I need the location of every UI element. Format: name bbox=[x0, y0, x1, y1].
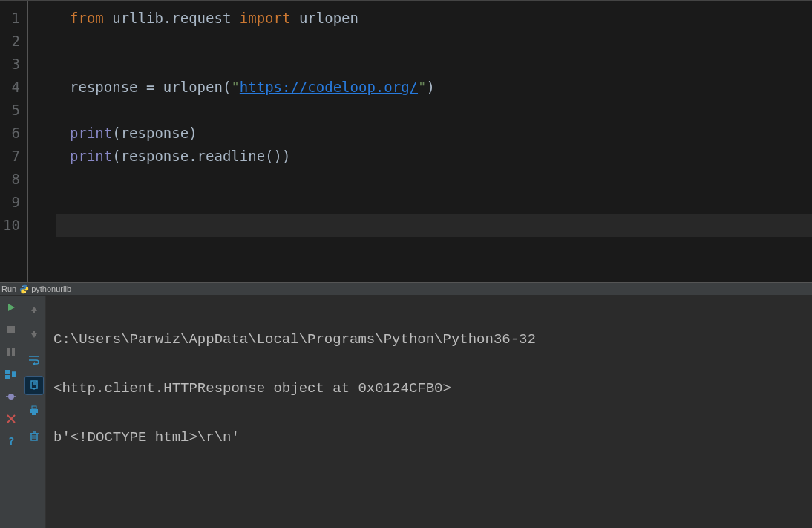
current-line-highlight bbox=[56, 214, 812, 237]
line-number: 3 bbox=[0, 53, 20, 76]
paren: ) bbox=[427, 79, 435, 95]
line-number: 4 bbox=[0, 76, 20, 99]
import-name: urlopen bbox=[290, 10, 358, 26]
module-name: urllib.request bbox=[104, 10, 240, 26]
code-editor[interactable]: 1 2 3 4 5 6 7 8 9 10 from urllib.request… bbox=[0, 0, 812, 282]
argument: response.readline() bbox=[121, 148, 282, 164]
string-quote: " bbox=[418, 79, 426, 95]
paren: ( bbox=[112, 125, 120, 141]
line-number: 9 bbox=[0, 191, 20, 214]
paren: ( bbox=[223, 79, 231, 95]
dump-threads-button[interactable] bbox=[4, 367, 19, 382]
run-second-toolbar bbox=[22, 296, 46, 528]
console-line: b'<!DOCTYPE html>\r\n' bbox=[53, 429, 805, 446]
line-number: 1 bbox=[0, 7, 20, 30]
paren: ( bbox=[112, 148, 120, 164]
svg-rect-21 bbox=[32, 412, 36, 415]
variable: response bbox=[70, 79, 146, 95]
svg-rect-4 bbox=[12, 348, 15, 356]
console-output[interactable]: C:\Users\Parwiz\AppData\Local\Programs\P… bbox=[46, 296, 812, 528]
console-line bbox=[53, 478, 805, 495]
keyword-from: from bbox=[70, 10, 104, 26]
run-panel-header[interactable]: Run pythonurlib bbox=[0, 282, 812, 296]
pause-button[interactable] bbox=[4, 345, 19, 359]
soft-wrap-button[interactable] bbox=[24, 351, 44, 370]
close-button[interactable] bbox=[4, 411, 19, 426]
run-left-toolbar: ? bbox=[0, 296, 22, 528]
scroll-to-end-button[interactable] bbox=[24, 376, 44, 395]
clear-all-button[interactable] bbox=[24, 426, 44, 446]
help-button[interactable]: ? bbox=[4, 434, 19, 449]
run-panel-title: Run bbox=[1, 284, 16, 293]
svg-rect-2 bbox=[7, 326, 15, 333]
svg-point-0 bbox=[23, 285, 24, 286]
line-number-gutter: 1 2 3 4 5 6 7 8 9 10 bbox=[0, 1, 28, 282]
string-url: https://codeloop.org/ bbox=[240, 79, 418, 95]
line-number: 2 bbox=[0, 30, 20, 53]
paren: ) bbox=[189, 125, 197, 141]
function-name: urlopen bbox=[154, 79, 223, 95]
svg-point-1 bbox=[25, 292, 26, 293]
operator: = bbox=[146, 79, 154, 95]
line-number: 8 bbox=[0, 168, 20, 191]
line-number: 6 bbox=[0, 122, 20, 145]
code-content[interactable]: from urllib.request import urlopen respo… bbox=[56, 1, 812, 282]
line-number: 5 bbox=[0, 99, 20, 122]
run-panel: ? C:\Users\Parwiz\AppData\Local\Programs… bbox=[0, 296, 812, 528]
down-button[interactable] bbox=[24, 325, 44, 345]
keyword-import: import bbox=[240, 10, 291, 26]
print-button[interactable] bbox=[24, 401, 44, 420]
stop-button[interactable] bbox=[4, 322, 19, 337]
builtin-print: print bbox=[70, 125, 112, 141]
attach-button[interactable] bbox=[4, 389, 19, 404]
console-line: C:\Users\Parwiz\AppData\Local\Programs\P… bbox=[53, 331, 805, 348]
svg-rect-5 bbox=[5, 370, 10, 374]
breakpoint-margin[interactable] bbox=[28, 1, 56, 282]
svg-rect-20 bbox=[32, 406, 36, 409]
python-file-icon bbox=[19, 284, 29, 294]
svg-rect-3 bbox=[7, 348, 10, 356]
rerun-button[interactable] bbox=[4, 300, 19, 315]
svg-rect-6 bbox=[5, 375, 10, 379]
builtin-print: print bbox=[70, 148, 112, 164]
paren: ) bbox=[282, 148, 290, 164]
up-button[interactable] bbox=[24, 300, 44, 319]
run-config-name: pythonurlib bbox=[31, 284, 71, 293]
console-line: <http.client.HTTPResponse object at 0x01… bbox=[53, 380, 805, 397]
argument: response bbox=[121, 125, 189, 141]
svg-point-7 bbox=[8, 394, 14, 400]
svg-text:?: ? bbox=[8, 436, 14, 446]
line-number: 7 bbox=[0, 145, 20, 168]
line-number: 10 bbox=[0, 214, 20, 237]
string-quote: " bbox=[231, 79, 239, 95]
